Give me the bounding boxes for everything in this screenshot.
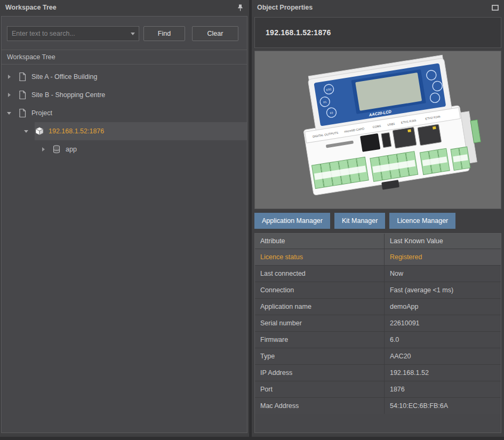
tree-item-label: Site B - Shopping Centre: [31, 91, 105, 99]
table-row[interactable]: IP Address 192.168.1.52: [255, 364, 501, 381]
manager-buttons: Application Manager Kit Manager Licence …: [254, 213, 455, 229]
value-cell: 22610091: [385, 315, 501, 331]
value-cell: 54:10:EC:6B:FB:6A: [385, 398, 501, 414]
attribute-cell: Mac Address: [255, 398, 385, 414]
expander-collapsed-icon[interactable]: [6, 75, 12, 79]
expander-expanded-icon[interactable]: [23, 130, 29, 133]
object-properties-titlebar: Object Properties: [252, 0, 504, 15]
expander-collapsed-icon[interactable]: [6, 93, 12, 97]
device-icon: [35, 126, 44, 136]
tree-item-label: app: [66, 146, 77, 153]
workspace-tree: Site A - Office Building Site B - Shoppi…: [2, 65, 247, 158]
value-cell: demoApp: [385, 299, 501, 315]
object-properties-title: Object Properties: [257, 4, 313, 11]
pin-icon[interactable]: [237, 4, 244, 12]
attribute-cell: Serial number: [255, 315, 385, 331]
table-row[interactable]: Serial number 22610091: [255, 315, 501, 331]
table-row[interactable]: Type AAC20: [255, 348, 501, 364]
table-row[interactable]: Mac Address 54:10:EC:6B:FB:6A: [255, 397, 501, 414]
table-row[interactable]: Application name demoApp: [255, 298, 501, 315]
value-cell: AAC20: [385, 348, 501, 364]
attribute-cell: Connection: [255, 282, 385, 298]
tree-column-header: Workspace Tree: [2, 50, 247, 65]
search-dropdown-arrow[interactable]: [127, 33, 139, 35]
table-row[interactable]: Last connected Now: [255, 265, 501, 282]
workspace-tree-panel: Workspace Tree Find Clear Workspace Tree: [0, 0, 249, 437]
workspace-tree-title: Workspace Tree: [5, 4, 57, 11]
find-button[interactable]: Find: [143, 26, 185, 41]
value-cell: Fast (average <1 ms): [385, 282, 501, 298]
device-address-header: 192.168.1.52:1876: [254, 17, 501, 48]
value-cell: Now: [385, 266, 501, 282]
tree-item-project[interactable]: Project: [2, 104, 247, 122]
column-header-attribute: Attribute: [255, 234, 385, 249]
properties-table: Attribute Last Known Value Licence statu…: [254, 233, 501, 433]
device-photo: ESC F1 F2 AAC20-LCD DIGITAL OUTPUTS micr…: [254, 51, 501, 209]
table-row[interactable]: Licence status Registered: [255, 249, 501, 265]
tree-item-app[interactable]: app: [2, 140, 247, 158]
search-input[interactable]: [7, 30, 127, 37]
tree-item-label: 192.168.1.52:1876: [49, 127, 104, 135]
attribute-cell: Port: [255, 381, 385, 397]
table-header-row: Attribute Last Known Value: [255, 234, 501, 249]
attribute-cell: IP Address: [255, 365, 385, 381]
tree-item-site-b[interactable]: Site B - Shopping Centre: [2, 86, 247, 104]
workspace-tree-titlebar: Workspace Tree: [0, 0, 249, 15]
attribute-cell: Application name: [255, 299, 385, 315]
search-toolbar: Find Clear: [2, 17, 247, 50]
workspace-tree-content: Find Clear Workspace Tree Site A - Offic…: [1, 16, 247, 433]
table-row[interactable]: Connection Fast (average <1 ms): [255, 282, 501, 298]
tree-item-site-a[interactable]: Site A - Office Building: [2, 68, 247, 86]
search-combo: [7, 26, 139, 41]
expander-expanded-icon[interactable]: [6, 112, 12, 115]
tree-item-label: Site A - Office Building: [31, 73, 97, 81]
expander-collapsed-icon[interactable]: [40, 147, 46, 151]
application-manager-button[interactable]: Application Manager: [254, 213, 330, 229]
licence-manager-button[interactable]: Licence Manager: [389, 213, 455, 229]
value-cell: 1876: [385, 381, 501, 397]
svg-text:F2: F2: [330, 111, 333, 115]
tree-item-label: Project: [31, 109, 52, 117]
document-icon: [18, 108, 27, 118]
kit-manager-button[interactable]: Kit Manager: [334, 213, 385, 229]
value-cell: Registered: [385, 249, 501, 265]
document-icon: [18, 90, 27, 100]
attribute-cell: Licence status: [255, 249, 385, 265]
device-illustration: ESC F1 F2 AAC20-LCD DIGITAL OUTPUTS micr…: [255, 51, 501, 209]
table-row[interactable]: Port 1876: [255, 381, 501, 397]
tree-item-device[interactable]: 192.168.1.52:1876: [2, 122, 247, 140]
document-icon: [18, 72, 27, 82]
attribute-cell: Last connected: [255, 266, 385, 282]
attribute-cell: Firmware: [255, 332, 385, 348]
maximize-icon[interactable]: [492, 5, 499, 11]
value-cell: 6.0: [385, 332, 501, 348]
object-properties-panel: Object Properties 192.168.1.52:1876: [252, 0, 504, 437]
clear-button[interactable]: Clear: [192, 26, 238, 41]
attribute-cell: Type: [255, 348, 385, 364]
value-cell: 192.168.1.52: [385, 365, 501, 381]
column-header-value: Last Known Value: [385, 234, 501, 249]
database-icon: [52, 145, 61, 154]
svg-text:F1: F1: [323, 100, 327, 104]
table-row[interactable]: Firmware 6.0: [255, 331, 501, 348]
